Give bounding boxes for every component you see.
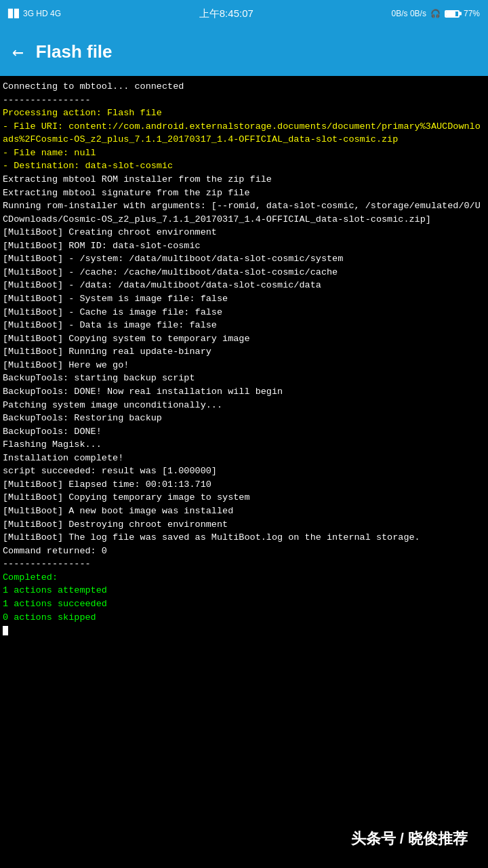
terminal-line: - File name: null	[3, 146, 485, 160]
terminal-line: script succeeded: result was [1.000000]	[3, 465, 485, 478]
terminal-line: Extracting mbtool ROM installer from the…	[3, 173, 485, 186]
terminal-line: 1 actions attempted	[3, 584, 485, 597]
terminal-line: [MultiBoot] Here we go!	[3, 359, 485, 372]
data-speed: 0B/s 0B/s	[392, 9, 426, 18]
terminal-line: Patching system image unconditionally...	[3, 399, 485, 412]
terminal-line: 0 actions skipped	[3, 611, 485, 625]
terminal-line: [MultiBoot] Elapsed time: 00:01:13.710	[3, 478, 485, 492]
terminal-line: Connecting to mbtool... connected	[3, 80, 485, 94]
terminal-line: [MultiBoot] ROM ID: data-slot-cosmic	[3, 239, 485, 253]
signal-icon: ▊▊	[8, 9, 20, 18]
terminal-line: [MultiBoot] - System is image file: fals…	[3, 292, 485, 306]
terminal-line: [MultiBoot] Creating chroot environment	[3, 226, 485, 239]
terminal-line: ----------------	[3, 94, 485, 107]
terminal-line: Installation complete!	[3, 452, 485, 465]
terminal-line: BackupTools: DONE!	[3, 425, 485, 439]
terminal-line: [MultiBoot] Copying system to temporary …	[3, 332, 485, 346]
terminal-line: BackupTools: Restoring backup	[3, 412, 485, 425]
status-time: 上午8:45:07	[199, 7, 253, 20]
terminal-line: [MultiBoot] - /data: /data/multiboot/dat…	[3, 279, 485, 292]
terminal-line: [MultiBoot] Copying temporary image to s…	[3, 491, 485, 505]
terminal-line: [MultiBoot] The log file was saved as Mu…	[3, 531, 485, 545]
terminal-line: Extracting mbtool signature from the zip…	[3, 186, 485, 200]
watermark: 头条号 / 晓俊推荐	[344, 826, 474, 852]
terminal-output: Connecting to mbtool... connected-------…	[0, 76, 488, 651]
terminal-line: BackupTools: DONE! Now real installation…	[3, 385, 485, 399]
terminal-line: [MultiBoot] Running real update-binary	[3, 345, 485, 359]
terminal-line: [MultiBoot] - Data is image file: false	[3, 319, 485, 332]
app-bar: ← Flash file	[0, 27, 488, 76]
back-button[interactable]: ←	[12, 41, 24, 63]
status-bar: ▊▊ 3G HD 4G 上午8:45:07 0B/s 0B/s 🎧 77%	[0, 0, 488, 27]
terminal-line: Processing action: Flash file	[3, 106, 485, 120]
terminal-line: [MultiBoot] - Cache is image file: false	[3, 306, 485, 319]
terminal-line: - Destination: data-slot-cosmic	[3, 159, 485, 173]
terminal-line: - File URI: content://com.android.extern…	[3, 120, 485, 146]
terminal-line: [MultiBoot] A new boot image was install…	[3, 505, 485, 518]
terminal-line: [MultiBoot] - /cache: /cache/multiboot/d…	[3, 266, 485, 279]
terminal-line: ----------------	[3, 557, 485, 571]
headphone-icon: 🎧	[430, 9, 441, 18]
terminal-line: [MultiBoot] - /system: /data/multiboot/d…	[3, 252, 485, 266]
terminal-line: BackupTools: starting backup script	[3, 372, 485, 385]
app-title: Flash file	[36, 41, 113, 62]
terminal-line: Command returned: 0	[3, 545, 485, 558]
status-left: ▊▊ 3G HD 4G	[8, 9, 61, 18]
battery-percent: 77%	[464, 9, 480, 18]
terminal-line: [MultiBoot] Destroying chroot environmen…	[3, 518, 485, 532]
terminal-line: 1 actions succeeded	[3, 597, 485, 611]
terminal-line: Running rom-installer with arguments: [-…	[3, 199, 485, 226]
terminal-line: Completed:	[3, 571, 485, 585]
battery-icon	[445, 10, 460, 18]
status-right: 0B/s 0B/s 🎧 77%	[392, 9, 480, 18]
terminal-line: Flashing Magisk...	[3, 438, 485, 452]
network-type: 3G HD 4G	[23, 9, 61, 18]
